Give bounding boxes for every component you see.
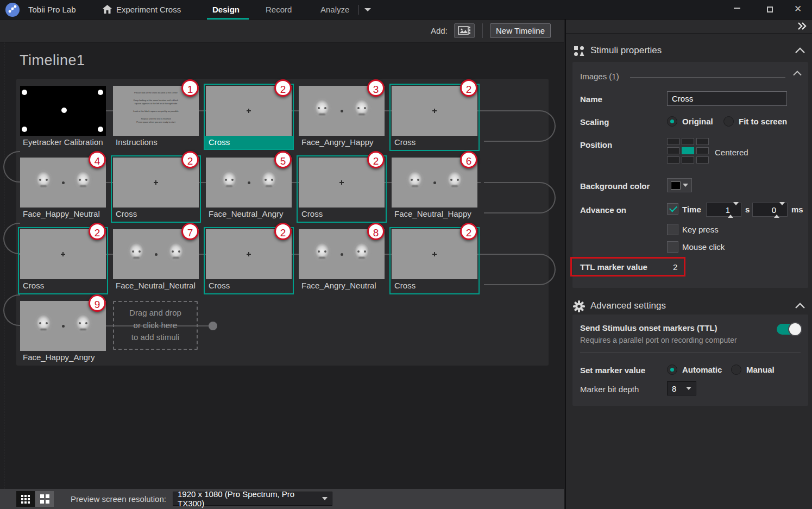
face-image (352, 98, 372, 124)
toolbar-separator (482, 23, 483, 38)
time-ms-stepper[interactable]: 0 (752, 203, 788, 217)
scaling-original-radio[interactable] (667, 116, 677, 127)
stimulus-tile-instructions[interactable]: Please look at the cross located at the … (113, 86, 199, 149)
position-cell-selected[interactable] (682, 147, 694, 154)
face-image (312, 241, 332, 267)
key-press-checkbox[interactable] (667, 224, 678, 235)
position-cell[interactable] (667, 147, 679, 154)
cross-dot (247, 252, 251, 256)
background-color-picker[interactable] (667, 178, 692, 192)
stimulus-tile-face-angry-happy[interactable]: Face_Angry_Happy 3 (299, 86, 385, 149)
section-rule (630, 77, 785, 78)
stepper-arrows-icon[interactable] (774, 205, 785, 215)
mouse-click-checkbox[interactable] (667, 241, 678, 253)
chevron-up-icon[interactable] (793, 71, 802, 76)
chevron-up-icon[interactable] (795, 303, 805, 309)
app-title: Tobii Pro Lab (28, 5, 76, 14)
dropdown-arrow-icon (686, 387, 691, 390)
stimulus-tile-cross[interactable]: Cross 2 (392, 86, 477, 149)
mouse-click-label[interactable]: Mouse click (682, 242, 725, 252)
bit-depth-dropdown[interactable]: 8 (667, 381, 696, 395)
tab-record[interactable]: Record (266, 5, 292, 14)
cross-dot (339, 180, 344, 185)
tile-label: Cross (20, 279, 106, 292)
chevron-down-icon[interactable] (364, 8, 371, 11)
position-value: Centered (715, 148, 748, 157)
send-markers-toggle[interactable] (777, 324, 801, 335)
stimulus-tile-cross-selected[interactable]: Cross 2 (206, 86, 292, 148)
tab-analyze[interactable]: Analyze (320, 5, 349, 14)
stimulus-tile-cross[interactable]: Cross 2 (113, 158, 199, 221)
add-stimuli-dropzone[interactable]: Drag and drop or click here to add stimu… (113, 301, 198, 350)
position-cell[interactable] (682, 156, 694, 164)
time-label[interactable]: Time (682, 205, 701, 214)
tile-label: Cross (299, 208, 385, 221)
minimize-button[interactable] (728, 0, 746, 18)
stimulus-tile-face-neutral-neutral[interactable]: Face_Neutral_Neutral 7 (113, 229, 199, 292)
stimulus-tile-cross[interactable]: Cross 2 (206, 229, 292, 292)
set-marker-automatic-radio[interactable] (667, 365, 677, 375)
time-seconds-stepper[interactable]: 1 (706, 203, 741, 217)
list-view-button[interactable] (16, 491, 35, 507)
grid-3x3-icon (21, 495, 23, 497)
position-cell[interactable] (667, 138, 679, 145)
scaling-original-label[interactable]: Original (682, 117, 713, 126)
tile-label: Cross (392, 136, 477, 149)
key-press-label[interactable]: Key press (682, 225, 719, 234)
stimulus-tile-face-angry-neutral[interactable]: Face_Angry_Neutral 8 (299, 229, 385, 292)
tile-label: Face_Neutral_Angry (206, 208, 292, 221)
design-canvas: Timeline1 Eyetracker Calibration Please … (0, 42, 564, 489)
position-cell[interactable] (682, 138, 694, 145)
name-input[interactable] (667, 91, 787, 106)
grid-view-button[interactable] (35, 491, 54, 507)
title-bar: Tobii Pro Lab Experiment Cross Design Re… (0, 0, 812, 20)
tab-design[interactable]: Design (212, 5, 240, 14)
position-cell[interactable] (696, 138, 709, 145)
position-grid[interactable] (667, 138, 709, 164)
stimulus-tile-cross[interactable]: Cross 2 (20, 229, 106, 292)
annotation-badge: 6 (460, 151, 477, 168)
annotation-badge: 9 (89, 294, 106, 312)
set-marker-manual-label[interactable]: Manual (746, 365, 775, 374)
stimulus-tile-face-happy-neutral[interactable]: Face_Happy_Neutral 4 (20, 158, 106, 221)
home-icon (103, 5, 112, 14)
send-markers-note: Requires a parallel port on recording co… (580, 336, 737, 344)
stepper-arrows-icon[interactable] (728, 205, 739, 215)
scaling-fit-label[interactable]: Fit to screen (739, 117, 787, 126)
design-toolbar: Add: New Timeline (0, 20, 564, 42)
scaling-fit-radio[interactable] (723, 116, 734, 127)
connector-wrap-left (3, 294, 20, 326)
face-image (73, 313, 93, 339)
resolution-label: Preview screen resolution: (71, 494, 166, 504)
position-cell[interactable] (667, 156, 679, 164)
stimulus-tile-face-happy-angry[interactable]: Face_Happy_Angry 9 (20, 301, 106, 364)
stimuli-properties-icon (574, 46, 586, 56)
add-media-button[interactable] (454, 23, 475, 38)
set-marker-automatic-label[interactable]: Automatic (682, 365, 722, 374)
stimulus-tile-cross[interactable]: Cross 2 (299, 158, 385, 221)
stimulus-tile-face-neutral-angry[interactable]: Face_Neutral_Angry 5 (206, 158, 292, 221)
set-marker-manual-radio[interactable] (731, 365, 741, 375)
timeline-card: Eyetracker Calibration Please look at th… (16, 79, 549, 366)
annotation-badge: 2 (460, 79, 477, 97)
annotation-badge: 2 (181, 151, 199, 168)
advanced-settings-header[interactable]: Advanced settings (566, 299, 812, 314)
tile-label: Face_Happy_Neutral (20, 208, 106, 221)
stimulus-tile-eyetracker-calibration[interactable]: Eyetracker Calibration (20, 86, 106, 149)
face-image (166, 241, 186, 267)
stimulus-tile-cross[interactable]: Cross 2 (392, 229, 477, 292)
annotation-badge: 7 (181, 223, 199, 240)
maximize-button[interactable] (760, 0, 779, 18)
stimulus-tile-face-neutral-happy[interactable]: Face_Neutral_Happy 6 (392, 158, 477, 221)
time-checkbox[interactable] (667, 203, 678, 215)
stimuli-properties-header[interactable]: Stimuli properties (566, 43, 812, 59)
new-timeline-button[interactable]: New Timeline (490, 23, 551, 38)
close-button[interactable]: ✕ (789, 0, 807, 18)
dropdown-arrow-icon (683, 184, 688, 187)
resolution-dropdown[interactable]: 1920 x 1080 (Pro Spectrum, Pro TX300) (173, 492, 332, 506)
image-icon (458, 26, 471, 36)
chevron-up-icon[interactable] (795, 47, 805, 54)
collapse-panel-icon[interactable] (797, 22, 808, 30)
position-cell[interactable] (696, 156, 709, 164)
position-cell[interactable] (696, 147, 709, 154)
